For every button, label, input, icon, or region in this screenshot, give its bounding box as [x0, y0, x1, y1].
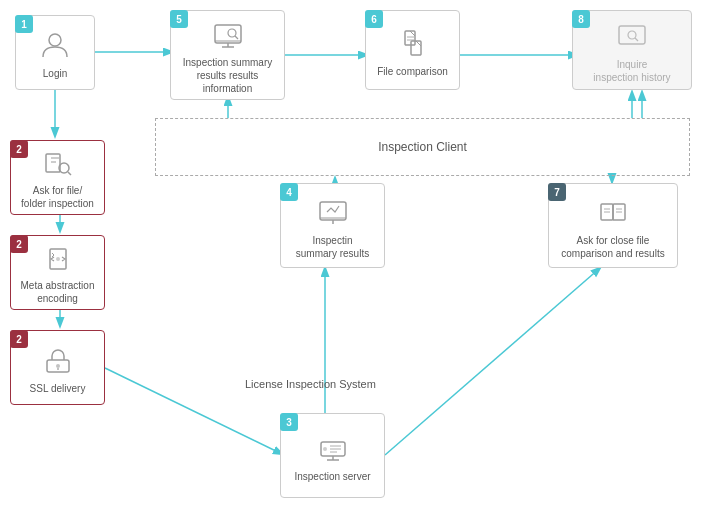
badge-inquire: 8 [572, 10, 590, 28]
badge-login: 1 [15, 15, 33, 33]
svg-line-18 [68, 172, 71, 175]
icon-insp-summary-top [210, 17, 246, 52]
label-insp-server: Inspection server [294, 470, 370, 483]
box-insp-summary-mid: 4 Inspectinsummary results [280, 183, 385, 268]
icon-login [37, 27, 73, 63]
icon-meta-abs [40, 242, 76, 275]
badge-close-file: 7 [548, 183, 566, 201]
svg-rect-33 [619, 26, 645, 44]
diagram: Inspection Client License Inspection Sys… [0, 0, 708, 525]
box-inquire: 8 Inquireinspection history [572, 10, 692, 90]
icon-insp-server [315, 430, 351, 466]
svg-line-13 [385, 268, 600, 455]
badge-ssl: 2 [10, 330, 28, 348]
label-ask-file: Ask for file/folder inspection [21, 184, 94, 210]
svg-point-34 [628, 31, 636, 39]
box-ssl: 2 SSL delivery [10, 330, 105, 405]
badge-file-comp: 6 [365, 10, 383, 28]
svg-point-27 [228, 29, 236, 37]
label-ssl: SSL delivery [30, 382, 86, 395]
svg-point-15 [49, 34, 61, 46]
badge-meta-abs: 2 [10, 235, 28, 253]
svg-rect-16 [46, 154, 60, 172]
label-insp-summary-mid: Inspectinsummary results [296, 234, 369, 260]
label-close-file: Ask for close filecomparison and results [561, 234, 664, 260]
box-file-comp: 6 File comparison [365, 10, 460, 90]
box-insp-server: 3 Inspection server [280, 413, 385, 498]
icon-ssl [40, 342, 76, 378]
box-meta-abs: 2 Meta abstractionencoding [10, 235, 105, 310]
box-insp-summary-top: 5 Inspection summaryresults results info… [170, 10, 285, 100]
label-login: Login [43, 67, 67, 80]
box-login: 1 Login [15, 15, 95, 90]
badge-ask-file: 2 [10, 140, 28, 158]
ic-band-label: Inspection Client [378, 140, 467, 154]
label-file-comp: File comparison [377, 65, 448, 78]
svg-rect-29 [405, 31, 415, 45]
svg-rect-36 [320, 202, 346, 220]
icon-close-file [595, 194, 631, 230]
icon-file-comp [395, 25, 431, 61]
badge-insp-summary-mid: 4 [280, 183, 298, 201]
svg-point-45 [323, 447, 327, 451]
icon-inquire [614, 18, 650, 54]
badge-insp-summary-top: 5 [170, 10, 188, 28]
svg-line-28 [235, 36, 238, 39]
svg-point-20 [56, 257, 60, 261]
label-inquire: Inquireinspection history [593, 58, 670, 84]
inspection-client-band: Inspection Client [155, 118, 690, 176]
lis-label: License Inspection System [245, 378, 376, 390]
icon-ask-file [40, 147, 76, 180]
svg-rect-30 [411, 41, 421, 55]
badge-insp-server: 3 [280, 413, 298, 431]
icon-insp-summary-mid [315, 194, 351, 230]
label-insp-summary-top: Inspection summaryresults results inform… [175, 56, 280, 95]
svg-line-35 [635, 38, 638, 41]
box-close-file: 7 Ask for close filecomparison and resul… [548, 183, 678, 268]
box-ask-file: 2 Ask for file/folder inspection [10, 140, 105, 215]
label-meta-abs: Meta abstractionencoding [21, 279, 95, 305]
svg-point-22 [56, 364, 60, 368]
